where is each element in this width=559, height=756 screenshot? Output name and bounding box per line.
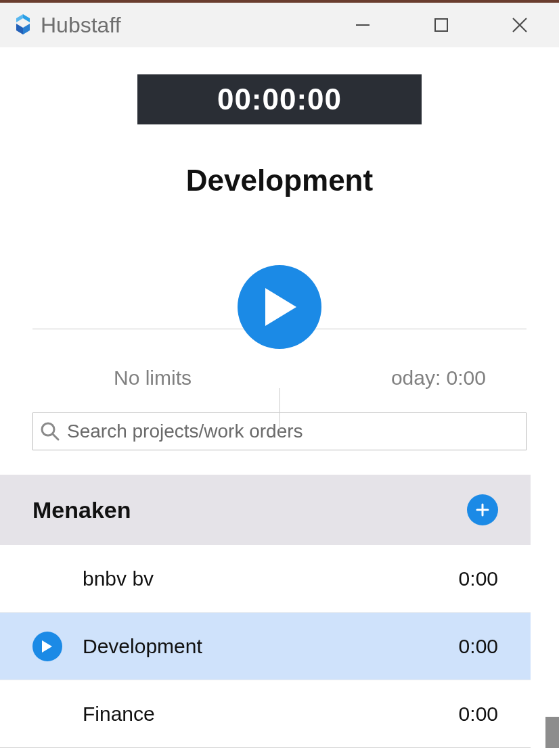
add-project-button[interactable] <box>467 494 498 525</box>
project-row[interactable]: Finance 0:00 <box>0 680 531 748</box>
scrollbar[interactable] <box>545 717 559 748</box>
timer-display: 00:00:00 <box>137 74 422 124</box>
project-time: 0:00 <box>459 703 498 726</box>
project-name: Finance <box>83 703 155 726</box>
project-time: 0:00 <box>459 635 498 658</box>
main-area: 00:00:00 Development No limits oday: 0:0… <box>0 47 559 748</box>
project-name: bnbv bv <box>83 567 154 590</box>
close-icon <box>510 15 530 35</box>
app-name: Hubstaff <box>41 13 121 38</box>
plus-icon <box>474 502 491 518</box>
hubstaff-logo-icon <box>9 11 37 39</box>
row-indent <box>32 632 83 661</box>
search-input[interactable] <box>67 421 519 442</box>
search-icon <box>40 421 60 442</box>
project-row[interactable]: bnbv bv 0:00 <box>0 545 531 613</box>
project-list: Menaken bnbv bv 0:00 <box>0 475 559 748</box>
current-project-title: Development <box>0 164 559 197</box>
maximize-button[interactable] <box>429 13 453 37</box>
minimize-button[interactable] <box>351 13 375 37</box>
org-name: Menaken <box>32 497 131 523</box>
titlebar: Hubstaff <box>0 0 559 47</box>
project-time: 0:00 <box>459 567 498 590</box>
play-icon <box>42 640 53 653</box>
window-controls <box>351 13 552 37</box>
svg-marker-9 <box>42 640 52 653</box>
svg-line-6 <box>53 434 58 440</box>
minimize-icon <box>353 16 372 34</box>
play-section <box>0 265 559 346</box>
status-row: No limits oday: 0:00 <box>0 367 559 389</box>
center-tick <box>280 388 280 433</box>
close-button[interactable] <box>508 13 532 37</box>
svg-rect-1 <box>435 19 447 31</box>
start-timer-button[interactable] <box>238 265 321 349</box>
today-label: oday: 0:00 <box>391 367 527 389</box>
limits-label: No limits <box>32 367 192 389</box>
svg-marker-4 <box>265 288 296 326</box>
org-header[interactable]: Menaken <box>0 475 531 545</box>
row-play-button[interactable] <box>32 632 62 661</box>
app-logo: Hubstaff <box>9 11 121 39</box>
project-row[interactable]: Development 0:00 <box>0 613 531 680</box>
maximize-icon <box>432 16 450 34</box>
play-icon <box>265 288 299 326</box>
project-name: Development <box>83 635 202 658</box>
